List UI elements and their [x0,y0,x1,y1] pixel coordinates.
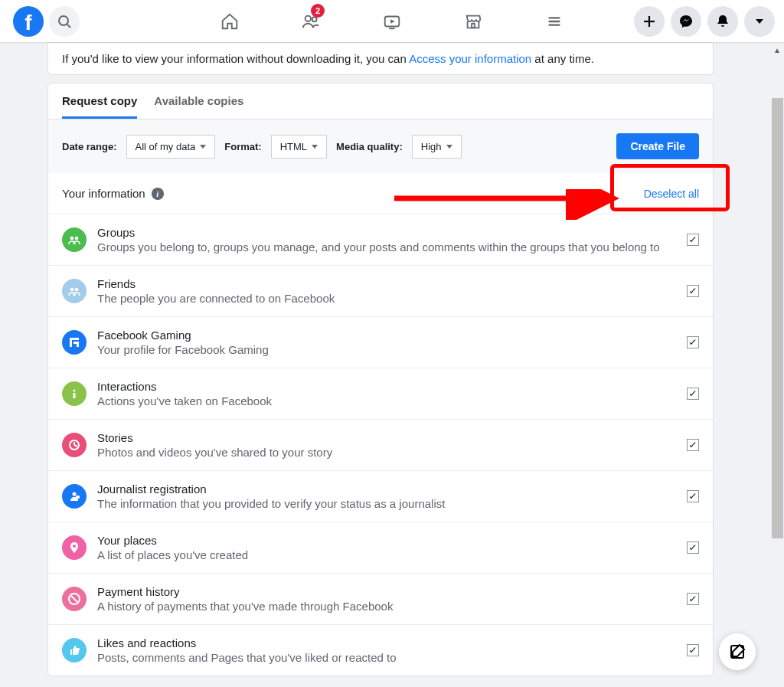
nav-watch[interactable] [351,0,433,42]
item-checkbox[interactable] [687,541,699,554]
item-checkbox[interactable] [687,234,699,246]
format-select[interactable]: HTML [271,135,327,159]
edit-icon [729,643,746,660]
item-title: Friends [97,277,687,290]
item-subtitle: Photos and videos you've shared to your … [97,446,687,459]
tab-available-copies[interactable]: Available copies [154,83,243,119]
info-item-gaming[interactable]: Facebook Gaming Your profile for Faceboo… [48,316,713,368]
item-title: Facebook Gaming [97,329,687,342]
svg-rect-29 [76,496,80,499]
item-subtitle: The information that you provided to ver… [97,497,687,510]
item-checkbox[interactable] [687,388,699,400]
nav-friends[interactable]: 2 [270,0,351,42]
info-item-likes[interactable]: Likes and reactions Posts, comments and … [48,624,713,676]
notifications-button[interactable] [707,6,738,37]
bell-icon [716,15,730,28]
options-row: Date range: All of my data Format: HTML … [48,119,713,173]
item-subtitle: Groups you belong to, groups you manage,… [97,240,687,254]
info-item-friends[interactable]: Friends The people you are connected to … [48,265,713,316]
intro-card: If you'd like to view your information w… [47,42,714,75]
gaming-icon [62,330,87,355]
info-icon[interactable]: i [152,188,164,200]
svg-rect-20 [70,338,72,347]
account-button[interactable] [744,6,775,37]
date-range-select[interactable]: All of my data [126,135,216,159]
item-subtitle: The people you are connected to on Faceb… [97,292,687,305]
nav-marketplace[interactable] [433,0,514,42]
item-checkbox[interactable] [687,490,699,502]
info-item-journ[interactable]: Journalist registration The information … [48,470,713,522]
friends-badge: 2 [311,4,325,18]
item-title: Stories [97,431,687,444]
item-checkbox[interactable] [687,336,699,348]
create-button[interactable] [634,6,665,37]
journ-icon [62,484,87,509]
edit-fab[interactable] [719,633,756,670]
messenger-icon [679,15,693,28]
date-range-label: Date range: [62,141,117,152]
item-title: Journalist registration [97,483,687,496]
main-card: Request copy Available copies Date range… [47,83,714,676]
svg-marker-14 [756,19,763,24]
svg-point-0 [59,16,68,25]
nav-menu[interactable] [514,0,595,42]
item-checkbox[interactable] [687,439,699,451]
search-icon [57,15,71,28]
svg-point-2 [305,15,311,21]
svg-rect-24 [74,393,76,398]
svg-line-1 [67,25,70,28]
svg-line-32 [71,596,77,602]
svg-point-30 [73,545,76,548]
info-item-groups[interactable]: Groups Groups you belong to, groups you … [48,214,713,265]
svg-point-18 [75,288,79,292]
access-info-link[interactable]: Access your information [409,52,531,65]
create-file-button[interactable]: Create File [616,133,699,159]
item-subtitle: Your profile for Facebook Gaming [97,343,687,356]
item-checkbox[interactable] [687,285,699,297]
messenger-button[interactable] [671,6,701,37]
svg-rect-7 [472,23,475,28]
item-title: Interactions [97,380,687,393]
home-icon [220,11,240,31]
svg-marker-5 [390,19,395,24]
item-title: Groups [97,226,687,239]
info-item-payment[interactable]: Payment history A history of payments th… [48,573,713,624]
friends-icon [62,279,87,303]
format-label: Format: [224,141,261,152]
tab-request-copy[interactable]: Request copy [62,83,137,119]
info-item-places[interactable]: Your places A list of places you've crea… [48,522,713,573]
info-icon [62,381,87,406]
media-quality-label: Media quality: [336,141,403,152]
item-subtitle: Posts, comments and Pages that you've li… [97,651,687,664]
your-information-header: Your information i Deselect all [48,173,713,214]
media-quality-select[interactable]: High [412,135,462,159]
item-checkbox[interactable] [687,644,699,656]
watch-icon [382,11,402,31]
svg-point-23 [74,390,76,392]
places-icon [62,535,87,560]
svg-rect-22 [77,342,79,347]
scroll-up-arrow[interactable]: ▲ [771,43,783,57]
groups-icon [62,227,87,252]
facebook-logo[interactable]: f [13,6,44,37]
plus-icon [642,15,656,28]
item-title: Your places [97,534,687,547]
likes-icon [62,638,87,662]
page-scroll[interactable]: If you'd like to view your information w… [0,42,784,687]
scrollbar-thumb[interactable] [771,98,783,538]
payment-icon [62,587,87,611]
deselect-all-link[interactable]: Deselect all [644,188,699,200]
info-item-info[interactable]: Interactions Actions you've taken on Fac… [48,368,713,419]
chevron-down-icon [755,17,764,26]
item-checkbox[interactable] [687,593,699,605]
search-button[interactable] [49,6,80,37]
svg-point-16 [75,237,79,240]
item-subtitle: Actions you've taken on Facebook [97,394,687,407]
svg-point-28 [73,492,77,496]
nav-home[interactable] [189,0,270,42]
item-title: Likes and reactions [97,636,687,649]
svg-point-15 [70,237,74,240]
top-navbar: f 2 [0,0,784,42]
info-item-stories[interactable]: Stories Photos and videos you've shared … [48,419,713,470]
item-title: Payment history [97,585,687,598]
